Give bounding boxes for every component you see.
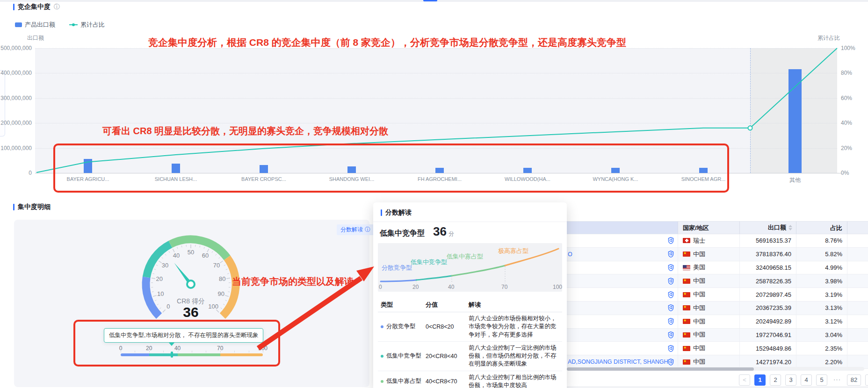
curve-zone-label: 极高寡占型 xyxy=(498,247,528,255)
next-page-button[interactable]: > xyxy=(865,374,868,386)
row-spacer xyxy=(847,315,868,328)
country-cell: 瑞士 xyxy=(678,234,740,247)
export-column-header[interactable]: 出口额 xyxy=(740,221,796,234)
company-profile-shield-icon[interactable] xyxy=(668,318,674,325)
type-label: 分散竞争型 xyxy=(386,323,416,331)
curve-x-tick: 20 xyxy=(412,284,419,290)
country-name: 中国 xyxy=(693,358,705,366)
page-button-2[interactable]: 2 xyxy=(770,374,781,386)
score-type-cell: 低集中竞争型 xyxy=(378,352,426,360)
company-name-cell: AD,SONGJIANG DISTRICT, SHANGHAI CHI... xyxy=(567,355,678,368)
gauge-tick xyxy=(204,247,204,249)
company-profile-shield-icon[interactable] xyxy=(668,304,674,311)
detail-section-title: 集中度明细 xyxy=(13,203,51,211)
gauge-tick-label: 80 xyxy=(219,275,225,282)
country-cell: ★中国 xyxy=(678,288,740,301)
type-dot-icon xyxy=(381,325,383,328)
table-row[interactable]: ★中国19727046.913.04% xyxy=(567,329,868,342)
horizontal-scrollbar-thumb[interactable] xyxy=(567,367,754,371)
export-value-cell: 19727046.91 xyxy=(740,329,796,342)
company-profile-shield-icon[interactable] xyxy=(668,264,674,271)
company-profile-shield-icon[interactable] xyxy=(668,278,674,285)
gauge-tick xyxy=(169,251,170,252)
gauge-tick xyxy=(186,245,187,247)
company-name-cell xyxy=(567,302,678,315)
country-name: 中国 xyxy=(693,290,705,299)
concentration-section-title: 竞企集中度 ⓘ xyxy=(13,3,60,11)
legend-label: 累计占比 xyxy=(80,21,105,29)
curve-zone-label: 低集中竞争型 xyxy=(411,258,447,266)
info-icon[interactable]: ⓘ xyxy=(54,3,60,11)
company-profile-shield-icon[interactable] xyxy=(668,291,674,298)
flag-cn-icon: ★ xyxy=(683,359,690,365)
company-name-cell xyxy=(567,342,678,355)
table-row[interactable]: ★中国20367235.393.13% xyxy=(567,302,868,315)
company-name-link[interactable]: AD,SONGJIANG DISTRICT, SHANGHAI CHI... xyxy=(568,359,668,365)
y-axis-tick-left: 100,000,000 xyxy=(0,145,32,151)
table-row[interactable]: ★中国25878226.353.98% xyxy=(567,274,868,288)
sort-desc-arrow-icon xyxy=(788,228,792,230)
page-button-4[interactable]: 4 xyxy=(801,374,812,386)
gauge-tick xyxy=(181,245,182,247)
country-name: 瑞士 xyxy=(693,237,705,245)
curve-zone-segment xyxy=(381,280,416,281)
company-profile-shield-icon[interactable] xyxy=(668,237,674,244)
col-desc: 解读 xyxy=(469,301,562,309)
flag-cn-icon: ★ xyxy=(683,305,690,310)
company-profile-shield-icon[interactable] xyxy=(668,345,674,352)
section-title-text: 竞企集中度 xyxy=(18,3,51,11)
gauge-tick xyxy=(226,269,228,270)
company-name-link[interactable]: O xyxy=(568,251,572,258)
table-row[interactable]: ★中国20249492.893.12% xyxy=(567,315,868,329)
line-series-swatch-icon xyxy=(69,24,78,25)
page-button-3[interactable]: 3 xyxy=(785,374,796,386)
popup-title: 分数解读 xyxy=(385,208,412,217)
gauge-tick-label: 20 xyxy=(156,275,163,282)
export-value-cell: 14271974.20 xyxy=(740,355,796,368)
table-row[interactable]: 美国32409658.154.99% xyxy=(567,261,868,275)
country-cell: ★中国 xyxy=(678,329,740,342)
h-gridline xyxy=(35,123,837,123)
page-button-5[interactable]: 5 xyxy=(816,374,827,386)
gauge-tick xyxy=(216,309,219,312)
popup-header: 分数解读 xyxy=(373,202,567,222)
company-profile-shield-icon[interactable] xyxy=(668,359,674,366)
gauge-tick xyxy=(226,278,230,279)
page-button-82[interactable]: 82 xyxy=(847,374,861,386)
page-button-1[interactable]: 1 xyxy=(754,374,766,386)
y-axis-tick-left: 400,000,000 xyxy=(0,70,32,76)
dashboard-screen: 竞企集中度 ⓘ 产品出口额 累计占比 出口额 累计占比 TOP8 其他 集中度明… xyxy=(0,0,868,388)
table-row[interactable]: O★中国37818376.405.82% xyxy=(567,248,868,261)
country-cell: ★中国 xyxy=(678,342,740,355)
y-axis-tick-right: 60% xyxy=(841,95,865,101)
country-cell: ★中国 xyxy=(678,302,740,315)
badge-label: 分数解读 xyxy=(340,226,363,234)
left-drawer-handle[interactable] xyxy=(0,70,5,137)
result-score: 36 xyxy=(433,225,447,237)
gauge-tick xyxy=(173,249,174,252)
gauge-tick xyxy=(224,265,226,266)
gauge-tick xyxy=(156,265,158,266)
gauge-tick xyxy=(163,309,166,312)
flag-cn-icon: ★ xyxy=(683,332,690,338)
legend-item-cumulative[interactable]: 累计占比 xyxy=(69,21,105,29)
flag-cn-icon: ★ xyxy=(683,279,690,284)
company-column-header xyxy=(567,221,678,234)
table-row[interactable]: 瑞士56916315.378.76% xyxy=(567,234,868,248)
gauge-tick xyxy=(152,278,155,279)
page-ellipsis[interactable]: ··· xyxy=(832,374,843,386)
gauge-tick xyxy=(152,292,154,292)
gauge-tick xyxy=(220,261,223,263)
table-row[interactable]: ★中国15294849.862.35% xyxy=(567,342,868,355)
prev-page-button[interactable]: < xyxy=(739,374,750,386)
gauge-tick-label: 50 xyxy=(188,249,194,256)
flag-cn-icon: ★ xyxy=(683,292,690,297)
score-explain-badge[interactable]: 分数解读 ⓘ xyxy=(337,224,374,235)
company-profile-shield-icon[interactable] xyxy=(668,251,674,258)
legend-item-export[interactable]: 产品出口额 xyxy=(15,21,55,29)
share-value-cell: 2.35% xyxy=(796,342,847,355)
gauge-tick-label: 90 xyxy=(217,290,224,297)
table-row[interactable]: ★中国20729897.453.19% xyxy=(567,288,868,302)
sort-icon[interactable] xyxy=(788,225,792,230)
company-profile-shield-icon[interactable] xyxy=(668,331,674,338)
